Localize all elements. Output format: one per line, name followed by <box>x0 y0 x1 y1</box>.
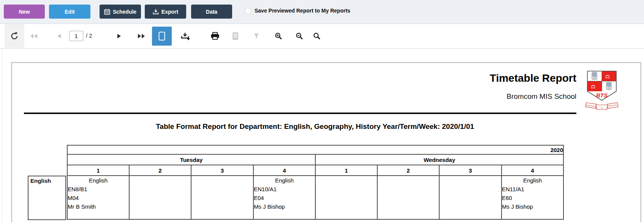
print-button[interactable] <box>210 31 220 41</box>
schedule-button-label: Schedule <box>113 9 136 15</box>
previous-page-button[interactable] <box>54 31 63 41</box>
lesson-subject: English <box>254 176 315 185</box>
period-header-wednesday-2: 2 <box>377 165 439 176</box>
lesson-subject: English <box>68 176 129 185</box>
first-page-icon <box>30 33 38 39</box>
period-header-wednesday-3: 3 <box>439 165 502 176</box>
print-icon <box>210 32 220 40</box>
last-page-button[interactable] <box>136 31 147 41</box>
edit-button-label: Edit <box>65 9 74 15</box>
search-icon <box>313 32 321 40</box>
period-header-wednesday-1: 1 <box>315 165 377 176</box>
action-bar: New Edit Schedule <box>0 0 644 24</box>
last-page-icon <box>137 33 146 39</box>
report-school-name: Bromcom MIS School <box>342 92 576 101</box>
viewer-left-edge <box>2 49 2 222</box>
day-header-wednesday: Wednesday <box>315 154 563 165</box>
period-header-tuesday-3: 3 <box>191 165 253 176</box>
lesson-teacher: Mr B Smith <box>68 202 129 211</box>
download-icon <box>153 9 159 14</box>
lesson-cell-tuesday-2 <box>129 176 191 219</box>
next-page-icon <box>117 33 122 39</box>
report-heading: Table Format Report for Department: Engl… <box>67 122 563 131</box>
zoom-out-icon <box>296 32 303 40</box>
zoom-in-icon <box>275 32 282 40</box>
department-row-label: English <box>28 176 66 220</box>
lesson-class: EN8/B1 <box>68 185 129 193</box>
zoom-in-button[interactable] <box>274 31 283 41</box>
text-export-button[interactable] <box>231 31 239 41</box>
zoom-out-button[interactable] <box>294 31 304 41</box>
report-viewer-screen: New Edit Schedule <box>0 0 644 222</box>
save-download-icon <box>181 32 190 40</box>
new-button-label: New <box>19 9 30 15</box>
calendar-icon <box>104 9 110 15</box>
lesson-teacher: Ms J Bishop <box>502 202 563 211</box>
export-button[interactable]: Export <box>145 5 186 19</box>
period-header-tuesday-2: 2 <box>129 165 191 176</box>
lesson-subject: English <box>502 176 563 185</box>
first-page-button[interactable] <box>28 31 39 41</box>
page-number-input[interactable] <box>69 31 83 41</box>
filter-button[interactable] <box>253 32 260 41</box>
lesson-teacher: Ms J Bishop <box>254 202 315 211</box>
lesson-room: M04 <box>68 193 129 202</box>
next-page-button[interactable] <box>115 31 124 41</box>
lesson-cell-tuesday-1: English EN8/B1 M04 Mr B Smith <box>67 176 129 219</box>
period-header-wednesday-4: 4 <box>502 165 563 176</box>
timetable-grid: 2020 Tuesday Wednesday 1 2 3 4 1 2 3 4 E… <box>67 145 564 220</box>
search-button[interactable] <box>312 31 322 41</box>
lesson-class: EN11/A1 <box>502 185 563 193</box>
page-total-label: / 2 <box>86 32 92 39</box>
lesson-cell-wednesday-3 <box>439 176 502 219</box>
lesson-room: E04 <box>254 193 315 202</box>
schedule-button[interactable]: Schedule <box>100 5 141 19</box>
text-export-icon <box>232 32 239 40</box>
header-rule <box>24 113 576 114</box>
period-header-tuesday-1: 1 <box>67 165 129 176</box>
day-header-tuesday: Tuesday <box>67 154 315 165</box>
year-cell: 2020 <box>67 145 563 154</box>
save-download-button[interactable] <box>180 31 191 41</box>
lesson-class: EN10/A1 <box>254 185 315 193</box>
school-crest-logo: BTS Laboramus Docentio ut <box>585 70 619 111</box>
data-button-label: Data <box>206 9 217 15</box>
refresh-icon <box>10 32 19 41</box>
data-button[interactable]: Data <box>191 5 232 19</box>
refresh-button[interactable] <box>5 24 24 48</box>
new-button[interactable]: New <box>4 5 45 19</box>
viewer-toolbar: / 2 <box>0 24 644 49</box>
previous-page-icon <box>56 33 62 39</box>
report-title: Timetable Report <box>342 72 576 84</box>
crest-initials: BTS <box>596 92 608 98</box>
edit-button[interactable]: Edit <box>49 5 90 19</box>
lesson-cell-tuesday-3 <box>191 176 253 219</box>
save-previewed-report-checkbox[interactable] <box>245 8 251 14</box>
lesson-room: E60 <box>502 193 563 202</box>
single-page-view-icon <box>158 32 165 41</box>
lesson-cell-wednesday-2 <box>377 176 439 219</box>
crest-motto-center: ut <box>601 106 603 109</box>
filter-icon <box>253 33 259 39</box>
export-button-label: Export <box>161 9 178 15</box>
save-previewed-report-label: Save Previewed Report to My Reports <box>255 8 350 14</box>
lesson-cell-wednesday-1 <box>315 176 377 219</box>
period-header-tuesday-4: 4 <box>253 165 315 176</box>
lesson-cell-tuesday-4: English EN10/A1 E04 Ms J Bishop <box>253 176 315 219</box>
single-page-view-button[interactable] <box>152 27 172 46</box>
lesson-cell-wednesday-4: English EN11/A1 E60 Ms J Bishop <box>502 176 563 219</box>
